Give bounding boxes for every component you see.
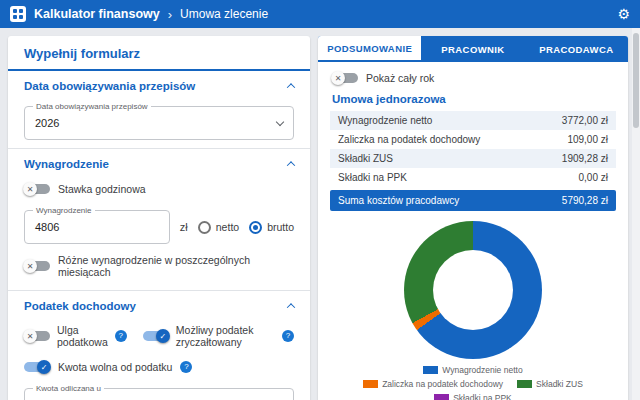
flat-tax-toggle[interactable]	[143, 329, 169, 343]
free-amount-toggle-row: Kwota wolna od podatku	[8, 354, 310, 380]
show-year-toggle-row: Pokaż cały rok	[318, 62, 628, 89]
legend-label: Składki na PPK	[453, 393, 512, 400]
legend-item: Zaliczka na podatek dochodowy	[363, 379, 503, 389]
results-tabs: PODSUMOWANIE PRACOWNIK PRACODAWCA	[318, 36, 628, 62]
tax-relief-toggle[interactable]	[24, 329, 50, 343]
app-title: Kalkulator finansowy	[34, 7, 160, 21]
monthly-salary-toggle-row: Różne wynagrodzenie w poszczególnych mie…	[8, 248, 310, 284]
row-label: Wynagrodzenie netto	[338, 115, 432, 126]
vertical-scrollbar	[632, 28, 640, 400]
legend-swatch	[423, 366, 438, 374]
legend-swatch	[434, 394, 449, 400]
netto-radio[interactable]: netto	[198, 221, 239, 234]
table-row: Wynagrodzenie netto 3772,00 zł	[330, 111, 616, 130]
salary-row: Wynagrodzenie 4806 zł netto brutto	[24, 210, 294, 244]
results-subtitle: Umowa jednorazowa	[318, 89, 628, 111]
section-title: Wynagrodzenie	[24, 158, 109, 170]
hourly-rate-toggle-row: Stawka godzinowa	[8, 176, 310, 202]
donut-chart	[404, 221, 542, 359]
toggle-label: Pokaż cały rok	[366, 72, 434, 84]
section-title: Data obowiązywania przepisów	[24, 80, 195, 92]
help-icon[interactable]	[180, 361, 192, 373]
results-table: Wynagrodzenie netto 3772,00 zł Zaliczka …	[330, 111, 616, 187]
payer-select[interactable]: Kwota odliczana u 1 płatnika	[24, 388, 294, 400]
form-panel: Wypełnij formularz Data obowiązywania pr…	[8, 36, 310, 400]
toggle-label: Kwota wolna od podatku	[58, 361, 172, 373]
table-row: Składki ZUS 1909,28 zł	[330, 149, 616, 168]
hourly-rate-toggle[interactable]	[24, 182, 50, 196]
scrollbar-thumb[interactable]	[633, 33, 639, 128]
table-row: Składki na PPK 0,00 zł	[330, 168, 616, 187]
table-row: Zaliczka na podatek dochodowy 109,00 zł	[330, 130, 616, 149]
toggle-label: Możliwy podatek zryczałtowany	[176, 324, 275, 348]
row-value: 3772,00 zł	[562, 115, 608, 126]
radio-icon	[198, 221, 211, 234]
brutto-radio[interactable]: brutto	[249, 221, 294, 234]
section-header-tax[interactable]: Podatek dochodowy	[8, 291, 310, 318]
row-label: Składki na PPK	[338, 172, 407, 183]
legend-swatch	[363, 380, 378, 388]
legend-swatch	[517, 380, 532, 388]
chart-legend: Wynagrodzenie nettoZaliczka na podatek d…	[318, 365, 628, 400]
radio-label: brutto	[267, 221, 294, 233]
radio-label: netto	[216, 221, 239, 233]
show-year-toggle[interactable]	[332, 71, 358, 85]
regulation-year-select[interactable]: Data obowiązywania przepisów 2026	[24, 106, 294, 140]
monthly-salary-toggle[interactable]	[24, 259, 50, 273]
legend-item: Wynagrodzenie netto	[328, 365, 618, 375]
toggle-label: Stawka godzinowa	[58, 183, 146, 195]
row-label: Składki ZUS	[338, 153, 393, 164]
main-content: Wypełnij formularz Data obowiązywania pr…	[0, 28, 640, 400]
help-icon[interactable]	[115, 330, 127, 342]
flat-tax-group: Możliwy podatek zryczałtowany	[143, 324, 294, 348]
tab-pracownik[interactable]: PRACOWNIK	[421, 36, 524, 62]
tab-podsumowanie[interactable]: PODSUMOWANIE	[318, 36, 421, 62]
section-header-salary[interactable]: Wynagrodzenie	[8, 149, 310, 176]
breadcrumb-page-title: Umowa zlecenie	[180, 7, 268, 21]
legend-item: Składki na PPK	[328, 393, 618, 400]
row-value: 0,00 zł	[579, 172, 608, 183]
row-value: 109,00 zł	[567, 134, 608, 145]
legend-item: Składki ZUS	[517, 379, 583, 389]
settings-icon[interactable]	[617, 7, 630, 21]
section-title: Podatek dochodowy	[24, 300, 136, 312]
total-row: Suma kosztów pracodawcy 5790,28 zł	[330, 190, 616, 211]
legend-label: Zaliczka na podatek dochodowy	[382, 379, 503, 389]
breadcrumb-separator: ›	[168, 7, 172, 22]
chevron-up-icon	[287, 83, 295, 91]
section-header-date[interactable]: Data obowiązywania przepisów	[8, 71, 310, 98]
field-label: Wynagrodzenie	[33, 206, 95, 215]
salary-input[interactable]: Wynagrodzenie 4806	[24, 210, 170, 244]
form-heading: Wypełnij formularz	[8, 36, 310, 71]
tab-pracodawca[interactable]: PRACODAWCA	[525, 36, 628, 62]
app-grid-icon[interactable]	[10, 6, 26, 22]
top-app-bar: Kalkulator finansowy › Umowa zlecenie	[0, 0, 640, 28]
field-label: Kwota odliczana u	[33, 384, 104, 393]
chevron-down-icon	[276, 117, 284, 125]
row-value: 1909,28 zł	[562, 153, 608, 164]
total-value: 5790,28 zł	[562, 195, 608, 206]
chart-area	[318, 211, 628, 365]
legend-label: Składki ZUS	[536, 379, 583, 389]
legend-label: Wynagrodzenie netto	[442, 365, 522, 375]
help-icon[interactable]	[282, 330, 294, 342]
toggle-label: Różne wynagrodzenie w poszczególnych mie…	[58, 254, 294, 278]
total-label: Suma kosztów pracodawcy	[338, 195, 459, 206]
radio-checked-icon	[249, 221, 262, 234]
field-label: Data obowiązywania przepisów	[33, 102, 151, 111]
field-value: 4806	[35, 221, 59, 233]
currency-suffix: zł	[180, 221, 188, 233]
tax-toggles-row: Ulga podatkowa Możliwy podatek zryczałto…	[8, 318, 310, 354]
results-panel: PODSUMOWANIE PRACOWNIK PRACODAWCA Pokaż …	[318, 36, 628, 400]
tax-relief-group: Ulga podatkowa	[24, 324, 127, 348]
row-label: Zaliczka na podatek dochodowy	[338, 134, 480, 145]
chevron-up-icon	[287, 303, 295, 311]
field-value: 2026	[35, 117, 59, 129]
toggle-label: Ulga podatkowa	[57, 324, 108, 348]
free-amount-toggle[interactable]	[24, 360, 50, 374]
chevron-up-icon	[287, 161, 295, 169]
